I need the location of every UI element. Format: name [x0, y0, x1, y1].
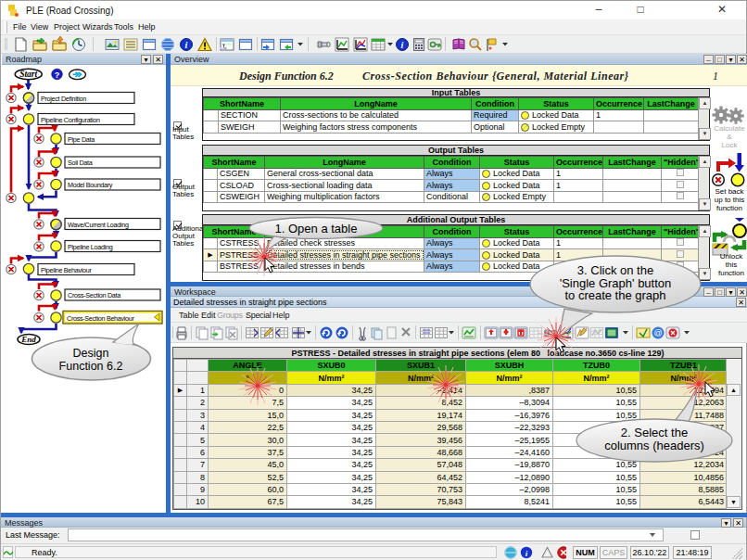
svg-text:Project Definition: Project Definition [41, 95, 86, 103]
svg-text:Function 6.2: Function 6.2 [59, 360, 123, 373]
svg-text:Pipeline Loading: Pipeline Loading [68, 243, 113, 251]
svg-text:Design: Design [73, 347, 109, 360]
svg-text:Soil Data: Soil Data [68, 159, 93, 167]
svg-text:?: ? [55, 70, 60, 80]
svg-text:Pipeline Behaviour: Pipeline Behaviour [41, 266, 92, 274]
svg-text:Unlock: Unlock [720, 252, 743, 261]
svg-text:Wave/Current Loading: Wave/Current Loading [68, 221, 129, 229]
svg-text:&: & [727, 133, 732, 141]
svg-text:Cross-Section Data: Cross-Section Data [68, 291, 120, 299]
svg-text:Set back: Set back [715, 187, 744, 196]
svg-text:Model Boundary: Model Boundary [68, 181, 113, 189]
svg-text:Cross-Section Behaviour: Cross-Section Behaviour [67, 314, 135, 323]
svg-text:function: function [716, 204, 742, 212]
svg-text:function: function [718, 269, 744, 277]
svg-text:Pipe Data: Pipe Data [68, 135, 95, 144]
svg-text:@: @ [653, 328, 662, 337]
svg-text:Lock: Lock [722, 141, 739, 149]
svg-text:Pipeline Configuration: Pipeline Configuration [41, 116, 100, 124]
svg-text:Calculate: Calculate [714, 124, 745, 133]
svg-text:this: this [726, 261, 737, 269]
svg-text:up to this: up to this [715, 196, 744, 204]
svg-text:Start: Start [19, 70, 37, 79]
svg-text:End: End [20, 335, 36, 344]
